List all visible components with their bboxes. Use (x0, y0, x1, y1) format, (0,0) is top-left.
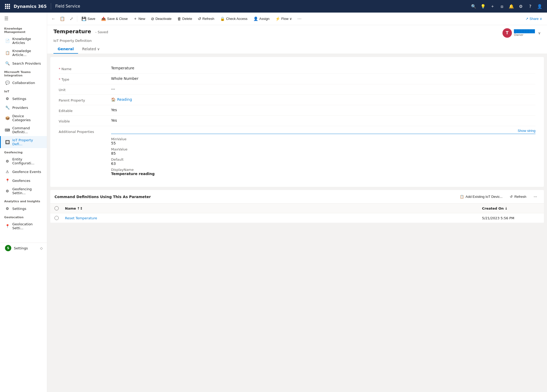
add-existing-icon: 📋 (460, 195, 464, 199)
subgrid-row-checkbox[interactable] (54, 216, 65, 220)
tab-general[interactable]: General (53, 45, 78, 54)
assign-button[interactable]: 👤 Assign (251, 15, 272, 23)
sidebar-item-settings-bottom[interactable]: S Settings ◇ (0, 243, 47, 253)
sidebar-item-providers[interactable]: 🔧 Providers (0, 103, 47, 112)
sidebar-item-iot-settings[interactable]: ⚙ Settings (0, 94, 47, 103)
refresh-icon: ↺ (198, 16, 201, 21)
tab-related[interactable]: Related ∨ (78, 45, 104, 54)
show-string-button[interactable]: Show string (518, 129, 535, 133)
subgrid-refresh-button[interactable]: ↺ Refresh (507, 193, 529, 200)
more-options-button[interactable]: ⋯ (295, 15, 304, 23)
collaboration-icon: 💬 (5, 80, 10, 85)
device-categories-icon: 📦 (5, 116, 10, 120)
subgrid-more-options-button[interactable]: ⋯ (531, 193, 540, 200)
lightbulb-icon[interactable]: 💡 (479, 2, 487, 10)
label-additional-properties: Additional Properties (59, 129, 111, 134)
value-editable[interactable]: Yes (111, 108, 535, 112)
add-existing-button[interactable]: 📋 Add Existing IoT Devic... (457, 193, 505, 200)
deactivate-button[interactable]: ⊘ Deactivate (148, 15, 174, 23)
value-type[interactable]: Whole Number (111, 76, 535, 81)
sidebar-item-entity-config[interactable]: ⚙ Entity Configurati... (0, 155, 47, 167)
prop-default: Default 63 (111, 158, 535, 166)
name-sort-icon: ↑↕ (77, 206, 83, 210)
sidebar-item-geolocation-settings[interactable]: 📍 Geolocation Setti... (0, 220, 47, 232)
subgrid-section: Command Definitions Using This As Parame… (50, 190, 544, 223)
sidebar-settings-label: Settings (14, 246, 28, 250)
subgrid-title: Command Definitions Using This As Parame… (54, 195, 457, 199)
filter-icon[interactable]: ⧈ (498, 2, 506, 10)
check-access-button[interactable]: 🔒 Check Access (217, 15, 250, 23)
gear-icon[interactable]: ⚙ (517, 2, 525, 10)
providers-icon: 🔧 (5, 105, 10, 110)
plus-icon[interactable]: ＋ (488, 2, 497, 10)
sidebar-item-geofencing-settings[interactable]: ⚙ Geofencing Settin... (0, 185, 47, 197)
flow-button[interactable]: ⚡ Flow ∨ (273, 15, 295, 23)
save-button[interactable]: 💾 Save (79, 15, 98, 23)
share-button[interactable]: ↗ Share ∨ (523, 15, 545, 22)
analytics-settings-icon: ⚙ (5, 206, 10, 211)
sidebar-section-knowledge-management: Knowledge Management (0, 24, 47, 35)
entity-config-icon: ⚙ (5, 159, 10, 164)
help-icon[interactable]: ? (526, 2, 534, 10)
save-close-icon: 📤 (101, 16, 106, 21)
sidebar-item-collaboration[interactable]: 💬 Collaboration (0, 78, 47, 87)
expand-button[interactable]: ⤢ (67, 15, 75, 23)
record-subtitle: IoT Property Definition (53, 39, 541, 43)
sidebar-item-knowledge-articles[interactable]: 📄 Knowledge Articles (0, 35, 47, 47)
sidebar: ☰ Knowledge Management 📄 Knowledge Artic… (0, 13, 47, 392)
sidebar-item-label: Device Categories (12, 114, 43, 122)
search-icon[interactable]: 🔍 (469, 2, 478, 10)
subgrid-col-createdon[interactable]: Created On ↓ (482, 206, 540, 210)
sidebar-item-geofence-events[interactable]: ⚠ Geofence Events (0, 167, 47, 176)
share-icon: ↗ (526, 17, 528, 21)
bell-icon[interactable]: 🔔 (507, 2, 516, 10)
owner-name[interactable]: ████████ (514, 29, 535, 33)
value-visible[interactable]: Yes (111, 118, 535, 122)
parent-property-icon: 🏠 (111, 97, 116, 102)
sidebar-hamburger[interactable]: ☰ (0, 13, 47, 24)
subgrid-select-all[interactable] (54, 206, 65, 210)
value-unit[interactable]: --- (111, 87, 535, 91)
app-launcher-icon[interactable] (3, 2, 12, 10)
sidebar-item-search-providers[interactable]: 🔍 Search Providers (0, 59, 47, 68)
new-icon: ＋ (133, 16, 137, 21)
sidebar-item-label: Geofences (12, 179, 30, 183)
knowledge-article-icon: 📋 (5, 51, 10, 55)
value-name[interactable]: Temperature (111, 66, 535, 70)
field-additional-properties: Additional Properties Show string MinVal… (59, 126, 535, 181)
svg-rect-3 (5, 6, 6, 7)
subgrid-col-name[interactable]: Name ↑↕ (65, 206, 482, 210)
content-area: ← 📋 ⤢ 💾 Save 📤 Save & Close ＋ New ⊘ Deac… (47, 13, 547, 392)
owner-chevron-icon[interactable]: ∨ (538, 31, 541, 35)
user-icon[interactable]: 👤 (535, 2, 544, 10)
form-view-button[interactable]: 📋 (58, 15, 67, 23)
sidebar-item-label: Collaboration (12, 81, 35, 85)
save-close-button[interactable]: 📤 Save & Close (99, 15, 130, 23)
parent-property-link[interactable]: 🏠 Reading (111, 97, 535, 102)
geolocation-settings-icon: 📍 (5, 224, 10, 228)
createdon-sort-icon: ↓ (505, 206, 508, 210)
sidebar-item-command-definitions[interactable]: ⌨ Command Definiti... (0, 124, 47, 136)
label-type: *Type (59, 76, 111, 81)
svg-rect-2 (9, 4, 10, 5)
sidebar-item-knowledge-article[interactable]: 📋 Knowledge Article... (0, 47, 47, 59)
sidebar-item-analytics-settings[interactable]: ⚙ Settings (0, 204, 47, 213)
sidebar-item-iot-property[interactable]: 🔲 IoT Property Defi... (0, 136, 47, 148)
sidebar-item-geofences[interactable]: 📍 Geofences (0, 176, 47, 185)
record-saved-status: - Saved (95, 30, 108, 34)
sidebar-item-device-categories[interactable]: 📦 Device Categories (0, 112, 47, 124)
sidebar-item-label: Knowledge Articles (12, 37, 43, 45)
sidebar-item-label: Command Definiti... (12, 126, 43, 134)
brand: Dynamics 365 Field Service (14, 3, 80, 9)
refresh-button[interactable]: ↺ Refresh (195, 15, 217, 23)
subgrid-refresh-icon: ↺ (510, 195, 513, 199)
additional-properties-header: Show string (111, 129, 535, 134)
delete-icon: 🗑 (177, 16, 181, 21)
deactivate-icon: ⊘ (151, 16, 154, 21)
subgrid-row-name[interactable]: Reset Temperature (65, 216, 482, 220)
page-content: Temperature - Saved T ████████ Owner ∨ (47, 25, 547, 392)
sidebar-section-geofencing: Geofencing (0, 148, 47, 155)
new-button[interactable]: ＋ New (131, 15, 148, 23)
delete-button[interactable]: 🗑 Delete (175, 15, 195, 23)
back-button[interactable]: ← (49, 15, 58, 23)
